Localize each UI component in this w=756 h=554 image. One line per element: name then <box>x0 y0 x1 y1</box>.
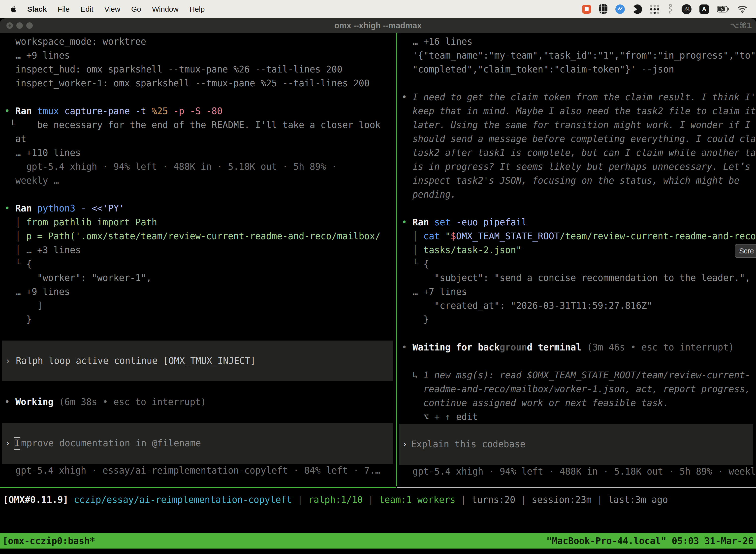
menu-bar: Slack File Edit View Go Window Help ..61 <box>0 0 756 18</box>
menu-item-file[interactable]: File <box>58 5 69 13</box>
terminal-line: • Ran set -euo pipefail <box>397 215 756 229</box>
terminal-line: │ from pathlib import Path <box>0 215 396 229</box>
terminal-line: │ … +3 lines <box>0 243 396 257</box>
terminal-line: │ p = Path('.omx/state/team/review-curre… <box>0 229 396 243</box>
terminal-line: │ tasks/task-2.json" <box>397 243 756 257</box>
prompt-chevron-icon: › <box>402 439 407 449</box>
terminal-line: … +9 lines <box>0 49 396 63</box>
badge-61-icon[interactable]: ..61 <box>682 4 692 14</box>
scrollback-top: workspace_mode: worktree … +9 lines insp… <box>0 35 396 327</box>
prompt-line: ›Explain this codebase <box>402 437 525 451</box>
input-source-icon[interactable]: A <box>699 4 709 14</box>
left-prompt-input[interactable]: ›Improve documentation in @filename <box>2 423 393 464</box>
screenshot-chat-icon[interactable] <box>582 5 591 14</box>
terminal-line: … +110 lines <box>0 146 396 160</box>
terminal-line: workspace_mode: worktree <box>0 35 396 49</box>
terminal-line: "worker": "worker-1", <box>0 271 396 285</box>
terminal-line: • Ran tmux capture-pane -t %25 -p -S -80 <box>0 104 396 118</box>
terminal-line <box>397 202 756 215</box>
screenshot-tooltip: Scre <box>735 244 756 258</box>
terminal-line <box>0 188 396 202</box>
prompt-placeholder-text: Explain this codebase <box>411 439 525 449</box>
terminal-line: • Working (6m 38s • esc to interrupt) <box>0 395 396 409</box>
messages-badge-icon[interactable] <box>615 4 625 14</box>
menu-app-name[interactable]: Slack <box>27 5 47 13</box>
terminal-line <box>397 76 756 90</box>
menu-item-help[interactable]: Help <box>189 5 205 13</box>
terminal-line: inspect_worker-1: omx sparkshell --tmux-… <box>0 76 396 90</box>
menu-item-view[interactable]: View <box>104 5 120 13</box>
terminal-line <box>0 90 396 104</box>
prompt-placeholder-text: mprove documentation in @filename <box>21 438 201 448</box>
tmux-host-clock-label: "MacBook-Pro-44.local" 05:03 31-Mar-26 <box>547 536 754 546</box>
window-shortcut-hint: ⌥⌘1 <box>730 18 752 33</box>
terminal-line: task2 after task1 is complete, but can I… <box>397 146 756 160</box>
menu-item-edit[interactable]: Edit <box>81 5 93 13</box>
terminal-line: inspect_hud: omx sparkshell --tmux-pane … <box>0 63 396 76</box>
terminal-line: … +7 lines <box>397 285 756 299</box>
wifi-icon[interactable] <box>737 5 748 13</box>
terminal-line: inspect task2's JSON, focusing on the st… <box>397 174 756 188</box>
right-prompt-input[interactable]: ›Explain this codebase <box>399 424 753 465</box>
terminal-window: omx --xhigh --madmax ⌥⌘1 workspace_mode:… <box>0 18 756 554</box>
dots-grid-icon[interactable] <box>650 5 659 14</box>
menu-bar-left: Slack File Edit View Go Window Help <box>0 5 205 13</box>
menu-bar-status-tray: ..61 A <box>582 4 756 15</box>
terminal-line: weekly … <box>0 174 396 188</box>
terminal-line: └ { <box>397 257 756 271</box>
terminal-line: is in progress? It seems likely but perh… <box>397 160 756 174</box>
terminal-line: ] <box>0 299 396 313</box>
menu-item-window[interactable]: Window <box>152 5 179 13</box>
terminal-line: • Ran python3 - <<'PY' <box>0 202 396 215</box>
terminal-line: gpt-5.4 xhigh · 94% left · 488K in · 5.1… <box>397 465 756 479</box>
terminal-line: "created_at": "2026-03-31T11:59:27.816Z" <box>397 299 756 313</box>
terminal-line: └ be necessary for the end of the README… <box>0 118 396 132</box>
ralph-loop-banner: › Ralph loop active continue [OMX_TMUX_I… <box>2 340 393 381</box>
terminal-line: … +16 lines <box>397 35 756 49</box>
terminal-line <box>397 327 756 340</box>
terminal-line: … +9 lines <box>0 285 396 299</box>
window-title: omx --xhigh --madmax <box>0 18 756 33</box>
terminal-line: │ cat "$OMX_TEAM_STATE_ROOT/team/review-… <box>397 229 756 243</box>
terminal-line: continue assigned work or next feasible … <box>397 396 756 410</box>
terminal-line: readme-and-reco/mailbox/worker-1.json, a… <box>397 382 756 396</box>
scrollback-top: … +16 lines '{"team_name":"my-team","tas… <box>397 35 756 424</box>
terminal-line: gpt-5.4 xhigh · essay/ai-reimplementatio… <box>0 464 396 478</box>
right-terminal-pane[interactable]: … +16 lines '{"team_name":"my-team","tas… <box>397 33 756 488</box>
terminal-line: keep that in mind. Maybe I also need the… <box>397 104 756 118</box>
battery-icon[interactable] <box>717 6 729 13</box>
desktop: Slack File Edit View Go Window Help ..61 <box>0 0 756 554</box>
terminal-line: '{"team_name":"my-team","task_id":"1","f… <box>397 49 756 63</box>
left-terminal-pane[interactable]: workspace_mode: worktree … +9 lines insp… <box>0 33 396 488</box>
terminal-line: pending. <box>397 188 756 202</box>
menu-item-go[interactable]: Go <box>131 5 141 13</box>
terminal-line: ⌥ + ↑ edit <box>397 410 756 424</box>
apple-menu-icon[interactable] <box>10 5 16 13</box>
tmux-session-label: [omx-cczip0:bash* <box>2 536 95 546</box>
shield-grid-icon[interactable] <box>599 4 608 14</box>
terminal-line <box>397 354 756 368</box>
prompt-chevron-icon: › <box>5 438 10 448</box>
terminal-line: should send a message before completing … <box>397 132 756 146</box>
prompt-line: ›Improve documentation in @filename <box>5 436 201 450</box>
left-model-status-line: gpt-5.4 xhigh · essay/ai-reimplementatio… <box>0 464 396 478</box>
terminal-line: at <box>0 132 396 146</box>
right-model-status-line: gpt-5.4 xhigh · 94% left · 488K in · 5.1… <box>397 465 756 479</box>
terminal-line: later. Using the same for transition mig… <box>397 118 756 132</box>
working-status-line: • Working (6m 38s • esc to interrupt) <box>0 395 396 409</box>
terminal-line: } <box>397 313 756 327</box>
keychain-icon[interactable] <box>667 4 674 15</box>
terminal-line: └ { <box>0 257 396 271</box>
terminal-line: › Ralph loop active continue [OMX_TMUX_I… <box>5 354 256 368</box>
text-cursor: I <box>14 437 20 450</box>
window-title-bar: omx --xhigh --madmax ⌥⌘1 <box>0 18 756 33</box>
dark-disc-icon[interactable] <box>633 4 642 14</box>
terminal-line: } <box>0 313 396 327</box>
terminal-line: "subject": "send a concise recommendatio… <box>397 271 756 285</box>
terminal-line: "completed","claim_token":"claim-token"}… <box>397 63 756 76</box>
terminal-line: • I need to get the claim token from the… <box>397 90 756 104</box>
omx-status-line: [OMX#0.11.9] cczip/essay/ai-reimplementa… <box>3 493 668 507</box>
terminal-line: gpt-5.4 xhigh · 94% left · 488K in · 5.1… <box>0 160 396 174</box>
tmux-status-bar: [omx-cczip0:bash* "MacBook-Pro-44.local"… <box>0 533 756 549</box>
terminal-line: ↳ 1 new msg(s): read $OMX_TEAM_STATE_ROO… <box>397 368 756 382</box>
